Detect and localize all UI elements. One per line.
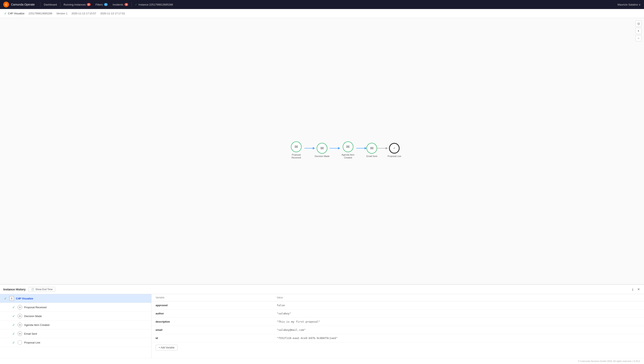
bpmn-label-proposal-live: Proposal Live [388, 155, 401, 158]
app-logo: C [3, 2, 9, 7]
breadcrumb-start-time: 2020-11-13 17:15:57 [72, 12, 96, 15]
panel-actions: ⤓ ✕ [630, 287, 641, 292]
history-item-root[interactable]: ✓ ☰ C4P Visualize [0, 294, 151, 303]
breadcrumb-bar: ✓ C4P Visualize 2251799813685288 Version… [0, 9, 644, 18]
var-name: id [152, 334, 273, 342]
footer-text: © Camunda Services GmbH 2020. All rights… [578, 360, 640, 362]
bpmn-arrow-4 [377, 148, 388, 148]
bottom-panel-header: Instance History 🕐 Show End Time ⤓ ✕ [0, 285, 644, 294]
history-item-email-sent[interactable]: ✓ ✉ Email Sent [0, 329, 151, 338]
check-icon-decision-made: ✓ [12, 314, 16, 318]
nav-divider-1 [40, 2, 40, 7]
nav-filters[interactable]: Filters 1 [93, 3, 110, 6]
nav-running-instances-label: Running Instances [64, 3, 86, 6]
bpmn-arrow-2 [330, 148, 340, 148]
bpmn-node-proposal-live[interactable]: ✓ Proposal Live [388, 143, 401, 158]
var-value: "This is my first proposal" [273, 318, 644, 326]
bpmn-circle-email-sent: ✉ [367, 143, 377, 153]
history-label-proposal-live: Proposal Live [24, 341, 40, 344]
doc-icon-root: ☰ [10, 296, 14, 301]
history-label-email-sent: Email Sent [24, 332, 37, 335]
show-end-time-label: Show End Time [36, 288, 52, 291]
bpmn-arrow-1 [304, 148, 315, 148]
bpmn-node-agenda-item-created[interactable]: ✉ Agenda Item Created [340, 141, 356, 159]
diagram-zoom-in-button[interactable]: + [636, 28, 642, 34]
table-row[interactable]: description "This is my first proposal" [152, 318, 644, 326]
panel-close-button[interactable]: ✕ [636, 287, 641, 292]
zoom-out-icon: − [638, 37, 639, 40]
var-value: "salaboy@mail.com" [273, 326, 644, 334]
nav-user[interactable]: Mauricio Salatino ∨ [618, 3, 641, 6]
instance-history-title: Instance History [3, 288, 26, 291]
history-list: ✓ ☰ C4P Visualize ✓ ✉ Proposal Received … [0, 294, 152, 358]
bpmn-node-email-sent[interactable]: ✉ Email Sent [366, 143, 377, 158]
bpmn-circle-proposal-live: ✓ [389, 143, 400, 153]
bpmn-label-email-sent: Email Sent [366, 155, 377, 158]
clock-icon: 🕐 [31, 288, 34, 291]
breadcrumb-version-value: Version 1 [56, 12, 67, 15]
breadcrumb-end-time-value: 2020-11-13 17:17:01 [100, 12, 125, 15]
bpmn-circle-decision-made: ✉ [317, 143, 328, 153]
history-item-proposal-live[interactable]: ✓ Proposal Live [0, 338, 151, 347]
breadcrumb-instance-id: 2251799813685288 [28, 12, 52, 15]
bpmn-node-decision-made[interactable]: ✉ Decision Made [315, 143, 330, 158]
history-item-proposal-received[interactable]: ✓ ✉ Proposal Received [0, 303, 151, 312]
nav-divider-2 [60, 2, 60, 7]
circle-icon-email-sent: ✉ [18, 331, 22, 336]
bpmn-label-decision-made: Decision Made [315, 155, 330, 158]
running-instances-badge: 0 [87, 3, 90, 6]
table-row[interactable]: author "salaboy" [152, 309, 644, 318]
incidents-badge: 0 [124, 3, 128, 6]
instance-check-icon: ✓ [135, 3, 137, 6]
top-nav: C Camunda Operate Dashboard Running Inst… [0, 0, 644, 9]
bpmn-circle-proposal-received: ✉ [291, 141, 302, 152]
bottom-panel-body: ✓ ☰ C4P Visualize ✓ ✉ Proposal Received … [0, 294, 644, 358]
check-icon-root: ✓ [3, 297, 7, 300]
check-icon-proposal-received: ✓ [12, 305, 16, 309]
var-value: "f552f110-eaa2-4ce9-b97b-9c068f9c1aed" [273, 334, 644, 342]
breadcrumb-version: Version 1 [56, 12, 67, 15]
bpmn-label-agenda-item-created: Agenda Item Created [340, 153, 356, 159]
filters-badge: 1 [104, 3, 108, 6]
bottom-panel: Instance History 🕐 Show End Time ⤓ ✕ ✓ ☰… [0, 284, 644, 358]
zoom-in-icon: + [638, 29, 639, 33]
target-icon: ⊙ [637, 22, 640, 26]
diagram-fit-button[interactable]: ⊙ [636, 21, 642, 27]
history-label-proposal-received: Proposal Received [24, 306, 46, 309]
variables-panel: Variable Value approved false author "sa… [152, 294, 644, 358]
col-value: Value [273, 294, 644, 301]
diagram-zoom-out-button[interactable]: − [636, 35, 642, 41]
nav-running-instances[interactable]: Running Instances 0 [61, 3, 93, 6]
breadcrumb-check-icon: ✓ [4, 12, 7, 15]
var-value: "salaboy" [273, 309, 644, 318]
diagram-area: ✉ Proposal Received ✉ Decision Made ✉ Ag… [0, 18, 644, 284]
circle-icon-proposal-live [18, 340, 22, 345]
show-end-time-button[interactable]: 🕐 Show End Time [28, 287, 55, 292]
bpmn-node-proposal-received[interactable]: ✉ Proposal Received [288, 141, 304, 159]
breadcrumb-process: ✓ C4P Visualize [4, 12, 24, 15]
nav-instance-label: Instance 2251799813685288 [138, 3, 173, 6]
breadcrumb-end-time: 2020-11-13 17:17:01 [100, 12, 125, 15]
circle-icon-agenda-item-created: ✉ [18, 323, 22, 327]
history-item-agenda-item-created[interactable]: ✓ ✉ Agenda Item Created [0, 320, 151, 329]
variables-table: Variable Value approved false author "sa… [152, 294, 644, 342]
table-row[interactable]: id "f552f110-eaa2-4ce9-b97b-9c068f9c1aed… [152, 334, 644, 342]
nav-instance: ✓ Instance 2251799813685288 [132, 3, 175, 6]
var-name: email [152, 326, 273, 334]
panel-collapse-button[interactable]: ⤓ [630, 287, 635, 292]
table-row[interactable]: approved false [152, 301, 644, 309]
nav-incidents[interactable]: Incidents 0 [110, 3, 130, 6]
footer: © Camunda Services GmbH 2020. All rights… [0, 358, 644, 364]
nav-dashboard[interactable]: Dashboard [41, 3, 59, 6]
bpmn-label-proposal-received: Proposal Received [288, 153, 304, 159]
history-label-decision-made: Decision Made [24, 315, 42, 318]
table-row[interactable]: email "salaboy@mail.com" [152, 326, 644, 334]
nav-incidents-label: Incidents [112, 3, 123, 6]
bpmn-arrow-3 [356, 148, 366, 148]
add-variable-button[interactable]: + Add Variable [156, 345, 178, 350]
history-item-decision-made[interactable]: ✓ ✉ Decision Made [0, 312, 151, 320]
bpmn-circle-agenda-item-created: ✉ [343, 141, 353, 152]
check-icon-email-sent: ✓ [12, 332, 16, 336]
var-name: author [152, 309, 273, 318]
col-variable: Variable [152, 294, 273, 301]
